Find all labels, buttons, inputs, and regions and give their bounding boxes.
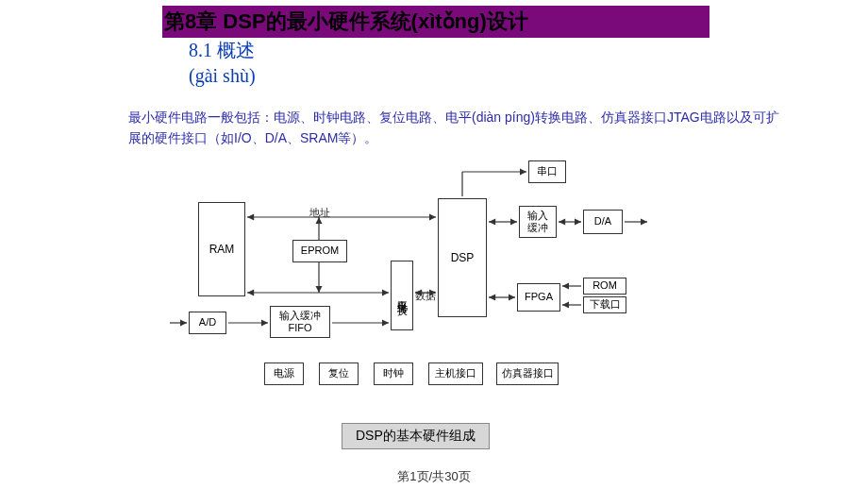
block-host: 主机接口 [428,363,483,385]
block-da: D/A [583,210,623,234]
block-input-fifo: 输入缓冲 FIFO [270,306,330,338]
block-eprom: EPROM [292,240,347,262]
subtitle-line2: (gài shù) [189,63,256,89]
label-address: 地址 [309,206,330,220]
description-text: 最小硬件电路一般包括：电源、时钟电路、复位电路、电平(diàn píng)转换电… [128,108,789,148]
block-diagram: 串口 RAM EPROM DSP 输入 缓冲 D/A 电平转换 FPGA ROM… [170,151,698,415]
label-data: 数据 [415,289,436,303]
section-subtitle: 8.1 概述 (gài shù) [189,38,256,89]
block-clock: 时钟 [374,363,413,385]
block-rom: ROM [583,278,626,295]
block-input-buffer: 输入 缓冲 [519,206,557,238]
block-download: 下载口 [583,296,626,313]
block-power: 电源 [264,363,304,385]
block-level-shift: 电平转换 [391,261,413,330]
diagram-caption: DSP的基本硬件组成 [342,423,490,449]
block-reset: 复位 [319,363,359,385]
block-fpga: FPGA [517,283,560,312]
page-indicator: 第1页/共30页 [0,468,868,485]
page-title: 第8章 DSP的最小硬件系统(xìtǒng)设计 [162,6,709,38]
subtitle-line1: 8.1 概述 [189,38,256,63]
block-serial: 串口 [528,160,566,183]
block-dsp: DSP [438,198,487,317]
block-emulator: 仿真器接口 [496,363,559,385]
block-ad: A/D [189,312,226,334]
block-ram: RAM [198,202,245,296]
